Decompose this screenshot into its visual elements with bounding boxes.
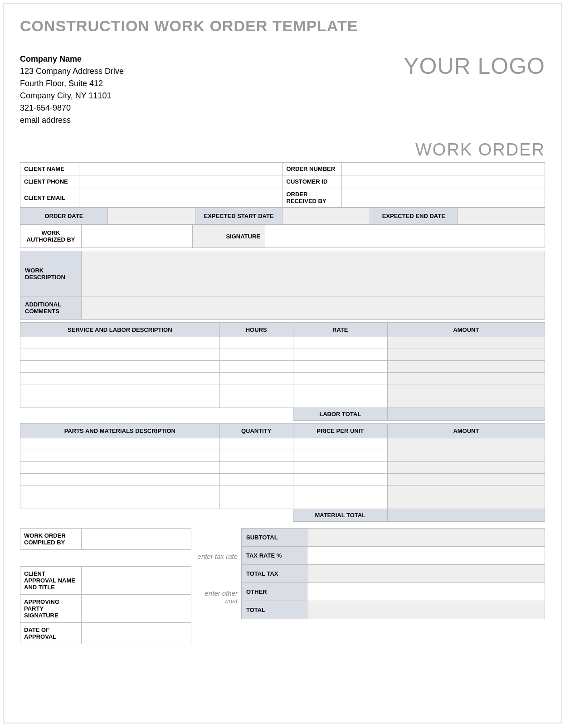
label-expected-end: EXPECTED END DATE [370, 208, 458, 224]
label-compiled-by: WORK ORDER COMPILED BY [20, 529, 82, 550]
labor-rate-field[interactable] [293, 349, 387, 361]
mat-qty-field[interactable] [219, 438, 293, 450]
mat-price-field[interactable] [293, 462, 387, 474]
company-email: email address [20, 114, 124, 126]
labor-amount-field[interactable] [387, 349, 545, 361]
labor-amount-field[interactable] [387, 384, 545, 396]
totaltax-field[interactable] [307, 565, 545, 583]
materials-row [20, 438, 545, 450]
client-approval-field[interactable] [82, 567, 191, 595]
expected-end-field[interactable] [458, 208, 545, 224]
mat-desc-field[interactable] [20, 485, 220, 497]
order-number-field[interactable] [341, 163, 545, 175]
taxrate-field[interactable] [307, 547, 545, 565]
mat-qty-field[interactable] [219, 497, 293, 509]
labor-rate-field[interactable] [293, 384, 387, 396]
label-date-approval: DATE OF APPROVAL [20, 623, 82, 644]
label-order-received-by: ORDER RECEIVED BY [282, 188, 341, 208]
work-desc-field[interactable] [82, 251, 545, 296]
labor-row [20, 396, 545, 408]
mat-qty-field[interactable] [219, 450, 293, 462]
labor-table: SERVICE AND LABOR DESCRIPTION HOURS RATE… [20, 322, 545, 421]
mat-desc-field[interactable] [20, 438, 220, 450]
mat-desc-field[interactable] [20, 497, 220, 509]
labor-desc-field[interactable] [20, 361, 220, 373]
labor-desc-field[interactable] [20, 373, 220, 384]
other-field[interactable] [307, 583, 545, 601]
company-phone: 321-654-9870 [20, 102, 124, 114]
mat-desc-field[interactable] [20, 474, 220, 485]
date-approval-field[interactable] [82, 623, 191, 644]
labor-desc-field[interactable] [20, 384, 220, 396]
labor-amount-field[interactable] [387, 361, 545, 373]
work-auth-field[interactable] [82, 225, 193, 248]
labor-total-field[interactable] [387, 408, 545, 421]
material-total-field[interactable] [387, 509, 545, 522]
materials-row [20, 450, 545, 462]
hint-other: enter other cost [191, 589, 241, 605]
label-taxrate: TAX RATE % [242, 547, 307, 565]
mat-price-field[interactable] [293, 485, 387, 497]
client-email-field[interactable] [79, 188, 283, 208]
mat-amount-field[interactable] [387, 438, 545, 450]
mat-price-field[interactable] [293, 438, 387, 450]
materials-row [20, 497, 545, 509]
order-date-field[interactable] [107, 208, 195, 224]
labor-desc-field[interactable] [20, 349, 220, 361]
materials-header-price: PRICE PER UNIT [293, 424, 387, 438]
compiled-by-field[interactable] [82, 529, 191, 550]
label-customer-id: CUSTOMER ID [282, 175, 341, 188]
labor-hours-field[interactable] [219, 396, 293, 408]
labor-header-desc: SERVICE AND LABOR DESCRIPTION [20, 323, 220, 337]
label-total: TOTAL [242, 601, 307, 619]
order-received-field[interactable] [341, 188, 545, 208]
mat-qty-field[interactable] [219, 485, 293, 497]
labor-amount-field[interactable] [387, 337, 545, 349]
mat-amount-field[interactable] [387, 497, 545, 509]
mat-desc-field[interactable] [20, 450, 220, 462]
signature-field[interactable] [265, 225, 545, 248]
expected-start-field[interactable] [282, 208, 370, 224]
mat-amount-field[interactable] [387, 485, 545, 497]
client-info-table: CLIENT NAME ORDER NUMBER CLIENT PHONE CU… [20, 162, 545, 208]
label-subtotal: SUBTOTAL [242, 529, 307, 547]
labor-hours-field[interactable] [219, 349, 293, 361]
labor-rate-field[interactable] [293, 361, 387, 373]
labor-hours-field[interactable] [219, 337, 293, 349]
additional-comments-field[interactable] [82, 296, 545, 320]
label-client-name: CLIENT NAME [20, 163, 79, 175]
materials-table: PARTS AND MATERIALS DESCRIPTION QUANTITY… [20, 423, 545, 522]
labor-hours-field[interactable] [219, 384, 293, 396]
logo-placeholder: YOUR LOGO [404, 53, 545, 79]
company-info: Company Name 123 Company Address Drive F… [20, 53, 124, 126]
mat-price-field[interactable] [293, 474, 387, 485]
compiled-by-table: WORK ORDER COMPILED BY [20, 528, 191, 550]
labor-rate-field[interactable] [293, 337, 387, 349]
mat-amount-field[interactable] [387, 474, 545, 485]
mat-qty-field[interactable] [219, 462, 293, 474]
labor-hours-field[interactable] [219, 373, 293, 384]
mat-amount-field[interactable] [387, 450, 545, 462]
mat-amount-field[interactable] [387, 462, 545, 474]
mat-price-field[interactable] [293, 450, 387, 462]
labor-rate-field[interactable] [293, 373, 387, 384]
mat-qty-field[interactable] [219, 474, 293, 485]
labor-desc-field[interactable] [20, 337, 220, 349]
approving-sig-field[interactable] [82, 595, 191, 623]
total-field[interactable] [307, 601, 545, 619]
mat-price-field[interactable] [293, 497, 387, 509]
client-phone-field[interactable] [79, 175, 283, 188]
labor-hours-field[interactable] [219, 361, 293, 373]
labor-amount-field[interactable] [387, 373, 545, 384]
subtotal-field[interactable] [307, 529, 545, 547]
labor-amount-field[interactable] [387, 396, 545, 408]
client-name-field[interactable] [79, 163, 283, 175]
work-order-heading: WORK ORDER [20, 140, 545, 160]
labor-rate-field[interactable] [293, 396, 387, 408]
page-title: CONSTRUCTION WORK ORDER TEMPLATE [20, 17, 545, 35]
materials-row [20, 462, 545, 474]
labor-desc-field[interactable] [20, 396, 220, 408]
mat-desc-field[interactable] [20, 462, 220, 474]
customer-id-field[interactable] [341, 175, 545, 188]
labor-total-label: LABOR TOTAL [293, 408, 387, 421]
